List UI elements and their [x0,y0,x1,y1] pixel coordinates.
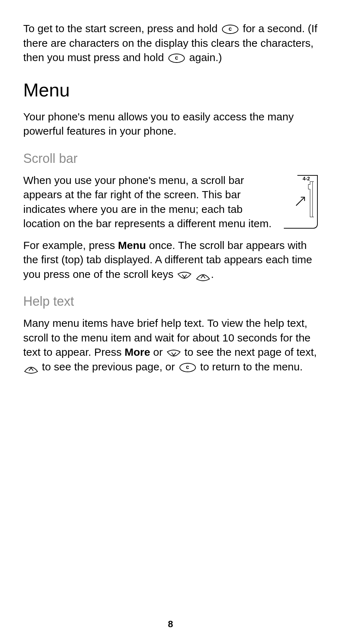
scrollbar-p2-c: . [211,268,214,280]
page-number: 8 [168,619,173,630]
helptext-p1: Many menu items have brief help text. To… [23,316,318,374]
c-key-icon [179,363,196,372]
scrollbar-figure: 4-2 [284,175,318,229]
more-bold: More [125,346,150,358]
scroll-up-icon [24,363,38,372]
document-page: To get to the start screen, press and ho… [0,0,341,644]
helptext-heading: Help text [23,294,318,309]
intro-paragraph: To get to the start screen, press and ho… [23,21,318,65]
scroll-up-icon [196,270,210,280]
scrollbar-p1: When you use your phone's menu, a scroll… [23,173,275,231]
scrollbar-figure-label: 4-2 [303,176,310,181]
menu-heading: Menu [23,79,318,101]
intro-text-c: again.) [189,51,222,63]
scrollbar-p2: For example, press Menu once. The scroll… [23,238,318,282]
helptext-p1-b: or [150,346,165,358]
helptext-p1-e: to return to the menu. [200,361,303,373]
helptext-p1-c: to see the next page of text, [184,346,317,358]
scrollbar-bar-icon [310,181,313,217]
svg-line-0 [296,198,304,205]
scrollbar-p2-a: For example, press [23,239,118,251]
menu-intro: Your phone's menu allows you to easily a… [23,110,318,139]
helptext-p1-d: to see the previous page, or [42,361,178,373]
scrollbar-row: When you use your phone's menu, a scroll… [23,173,318,238]
c-key-icon [222,25,238,34]
c-key-icon [168,54,185,63]
scroll-down-icon [167,348,181,358]
scroll-down-icon [177,270,192,280]
menu-bold: Menu [118,239,146,251]
scrollbar-heading: Scroll bar [23,151,318,166]
arrow-icon [295,195,307,207]
intro-text-a: To get to the start screen, press and ho… [23,23,221,34]
